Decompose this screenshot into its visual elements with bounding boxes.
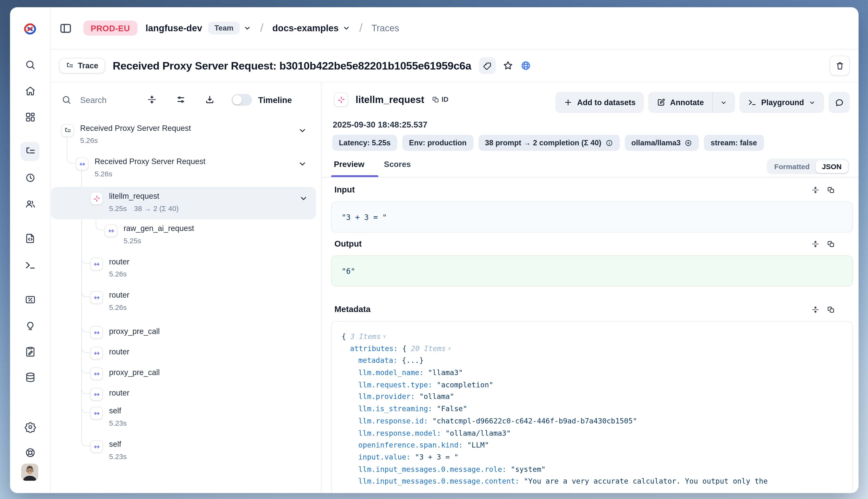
tree-node-received-proxy-server-request[interactable]: Received Proxy Server Request5.26s [50,122,321,156]
comments-button[interactable] [829,92,850,113]
star-icon[interactable] [502,60,513,71]
sidebar-item-insights[interactable] [21,316,40,335]
expand-chevron-icon[interactable]: ∨ [383,333,386,339]
sidebar-item-dashboards[interactable] [21,107,40,126]
sidebar-item-datasets[interactable] [21,368,40,387]
tree-node-proxy-pre-call[interactable]: proxy_pre_call [50,363,321,384]
copy-id-button[interactable]: ID [431,96,449,104]
observation-title: litellm_request [356,94,424,106]
expand-chevron-icon[interactable]: ∨ [448,345,451,351]
span-icon [90,347,103,360]
search-icon [61,94,72,105]
sidebar-item-playground[interactable] [21,256,40,275]
comment-bubble-icon [834,98,844,107]
public-globe-icon[interactable] [520,60,531,71]
sidebar-item-users[interactable] [21,194,40,213]
copy-icon[interactable] [827,306,835,314]
copy-id-label: ID [441,96,449,104]
timeline-toggle[interactable] [231,94,252,106]
prompts-icon [24,232,36,244]
copy-icon [431,96,439,104]
langfuse-logo-icon[interactable] [23,22,37,36]
sidebar-item-support[interactable] [21,443,40,462]
annotate-button[interactable]: Annotate [648,92,712,113]
copy-icon[interactable] [827,240,835,248]
tags-button[interactable] [479,57,496,74]
format-option-json[interactable]: JSON [816,160,848,173]
collapse-section-icon[interactable] [811,240,820,248]
breadcrumb-org[interactable]: langfuse-dev [146,23,202,34]
tree-node-self[interactable]: self5.23s [50,405,321,439]
annotate-button-group: Annotate [648,92,735,113]
copy-icon[interactable] [827,186,835,194]
tree-node-router[interactable]: router5.26s [50,290,321,322]
span-icon [90,407,103,419]
chevron-down-icon[interactable] [243,24,252,32]
collapse-section-icon[interactable] [811,186,820,194]
view-settings-icon[interactable] [176,95,186,105]
breadcrumb-section[interactable]: Traces [371,23,399,34]
environment-badge: PROD-EU [84,21,137,36]
sidebar-item-sessions[interactable] [21,168,40,187]
metadata-json-line: llm.provider: "ollama" [331,391,852,403]
output-content-box: "6" [331,256,853,287]
chevron-down-icon[interactable] [297,126,307,135]
avatar[interactable] [21,464,38,481]
metadata-json-line: openinference.span.kind: "LLM" [331,439,852,451]
output-section-icons [811,240,835,248]
app-window: PROD-EU langfuse-dev Team / docs-example… [10,7,859,493]
chevron-down-icon [809,99,816,106]
sidebar-toggle-icon[interactable] [59,21,72,35]
tab-preview[interactable]: Preview [334,160,365,169]
dashboards-icon [24,111,36,123]
download-icon[interactable] [205,95,215,105]
input-section-icons [811,186,835,194]
breadcrumb-project[interactable]: docs-examples [272,23,339,34]
tab-scores[interactable]: Scores [384,160,411,169]
sidebar-item-settings[interactable] [21,417,40,436]
tree-node-router[interactable]: router5.26s [50,256,321,290]
info-icon[interactable] [605,139,613,147]
tree-node-proxy-pre-call[interactable]: proxy_pre_call [50,322,321,343]
span-icon [90,326,103,339]
span-icon [76,158,88,170]
sidebar-item-search[interactable] [21,55,40,74]
users-icon [24,198,36,209]
output-section-label: Output [334,239,362,248]
tree-node-self[interactable]: self5.23s [50,439,321,472]
metadata-json-line: llm.response.id: "chatcmpl-d96622c0-c642… [331,415,852,427]
tree-node-received-proxy-server-request[interactable]: Received Proxy Server Request5.26s [50,156,321,189]
sidebar-item-annotations[interactable] [21,342,40,361]
collapse-section-icon[interactable] [811,306,820,314]
format-option-formatted[interactable]: Formatted [768,160,816,173]
plus-circle-icon[interactable] [684,139,692,147]
search-input[interactable] [79,94,147,105]
add-to-datasets-button[interactable]: Add to datasets [555,92,644,113]
sidebar-item-tracing[interactable] [21,142,40,161]
metadata-section-icons [811,306,835,314]
metadata-section-label: Metadata [334,304,370,314]
trace-tree-icon [66,62,74,70]
tree-node-litellm-request[interactable]: litellm_request5.25s38 → 2 (Σ 40) [51,187,316,219]
chevron-down-icon[interactable] [342,24,351,32]
output-value: "6" [342,267,355,276]
sidebar-item-prompts[interactable] [21,229,40,248]
delete-trace-button[interactable] [830,56,849,75]
tree-node-router[interactable]: router [50,384,321,405]
playground-button[interactable]: Playground [739,92,824,113]
annotate-dropdown-button[interactable] [713,92,735,113]
tree-node-raw-gen-ai-request[interactable]: raw_gen_ai_request5.25s [50,222,321,256]
chevron-down-icon[interactable] [299,194,308,203]
org-type-chip[interactable]: Team [208,22,240,34]
input-value: "3 + 3 = " [342,212,387,221]
tree-node-router[interactable]: router [50,343,321,364]
sidebar-item-home[interactable] [21,81,40,100]
sessions-icon [24,172,36,184]
collapse-all-icon[interactable] [147,95,157,105]
sidebar-item-evaluations[interactable] [21,290,40,309]
badge: Latency: 5.25s [332,135,398,151]
metadata-json-line: attributes: { 20 Items∨ [331,343,852,355]
span-icon [90,258,103,270]
generation-icon [90,192,103,205]
chevron-down-icon[interactable] [297,159,307,168]
